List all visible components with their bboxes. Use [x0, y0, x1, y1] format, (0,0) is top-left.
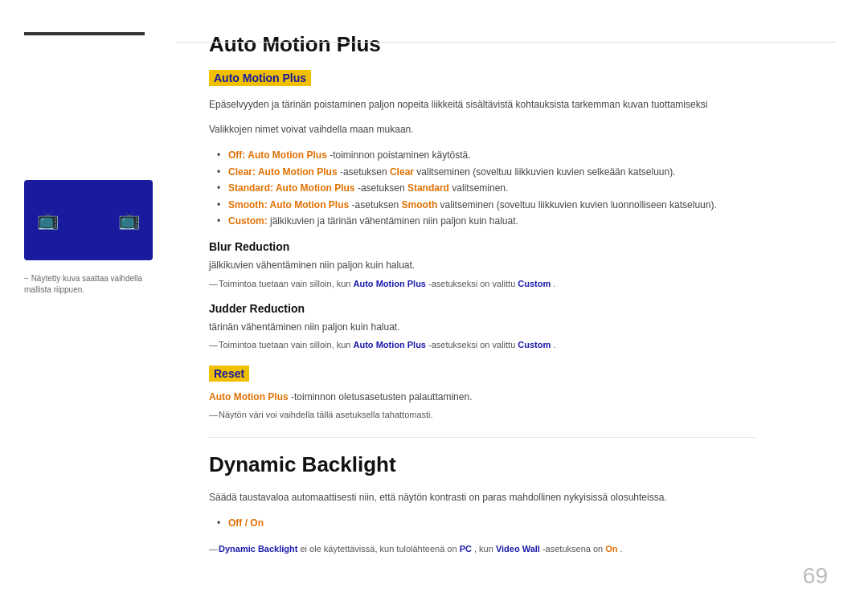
reset-badge: Reset	[209, 366, 249, 382]
dynamic-backlight-title: Dynamic Backlight	[209, 452, 820, 477]
reset-note: Näytön väri voi vaihdella tällä asetukse…	[209, 408, 755, 423]
auto-motion-plus-badge: Auto Motion Plus	[209, 70, 311, 86]
blur-reduction-note: Toimintoa tuetaan vain silloin, kun Auto…	[209, 277, 755, 292]
bullet-off-text: -toiminnon poistaminen käytöstä.	[330, 149, 470, 161]
bullet-clear-text: -asetuksen Clear valitseminen (soveltuu …	[340, 166, 676, 178]
bullet-smooth-label: Smooth: Auto Motion Plus	[228, 199, 349, 210]
tv-left-icon: 📺	[37, 210, 59, 231]
sidebar-note: Näytetty kuva saattaa vaihdella mallista…	[24, 273, 161, 296]
blur-note-main: Auto Motion Plus	[354, 279, 426, 288]
intro-text-1: Epäselvyyden ja tärinän poistaminen palj…	[209, 97, 755, 112]
judder-note-middle: -asetukseksi on valittu	[428, 340, 518, 349]
bullet-off: Off: Auto Motion Plus -toiminnon poistam…	[217, 147, 820, 163]
judder-note-main: Auto Motion Plus	[354, 340, 426, 349]
main-content: Auto Motion Plus Auto Motion Plus Epäsel…	[177, 0, 868, 613]
judder-note-suffix: .	[553, 340, 555, 349]
db-note-middle: ei ole käytettävissä, kun tulolähteenä o…	[300, 544, 459, 554]
sidebar: 📺 📺 Näytetty kuva saattaa vaihdella mall…	[0, 0, 177, 613]
page-number: 69	[803, 563, 828, 589]
bullet-smooth-text: -asetuksen Smooth valitseminen (soveltuu…	[352, 199, 717, 210]
section-divider	[209, 437, 755, 438]
db-note-middle2: , kun	[474, 544, 496, 554]
blur-note-middle: -asetukseksi on valittu	[428, 279, 518, 288]
db-note-pc: PC	[460, 544, 472, 554]
sidebar-top-bar	[24, 32, 145, 35]
bullet-standard-text: -asetuksen Standard valitseminen.	[358, 182, 508, 194]
bullet-off-label: Off: Auto Motion Plus	[228, 149, 327, 161]
db-note-videowall: Video Wall	[496, 544, 540, 554]
judder-note-prefix: Toimintoa tuetaan vain silloin, kun	[219, 340, 354, 349]
dynamic-backlight-bullets: Off / On	[209, 515, 820, 531]
db-note-suffix: .	[620, 544, 623, 554]
db-note-on: On	[605, 544, 617, 554]
bullet-custom-text: jälkikuvien ja tärinän vähentäminen niin…	[270, 215, 518, 227]
judder-note-keyword: Custom	[518, 340, 551, 349]
judder-reduction-note: Toimintoa tuetaan vain silloin, kun Auto…	[209, 338, 755, 353]
dynamic-backlight-note: Dynamic Backlight ei ole käytettävissä, …	[209, 542, 755, 557]
bullet-clear: Clear: Auto Motion Plus -asetuksen Clear…	[217, 164, 820, 180]
bullet-standard: Standard: Auto Motion Plus -asetuksen St…	[217, 180, 820, 196]
bullet-smooth: Smooth: Auto Motion Plus -asetuksen Smoo…	[217, 197, 820, 213]
blur-note-prefix: Toimintoa tuetaan vain silloin, kun	[219, 279, 354, 288]
blur-note-keyword: Custom	[518, 279, 551, 288]
bullet-off-on: Off / On	[217, 515, 820, 531]
judder-reduction-title: Judder Reduction	[209, 302, 820, 315]
bullet-custom: Custom: jälkikuvien ja tärinän vähentämi…	[217, 213, 820, 229]
bullet-clear-label: Clear: Auto Motion Plus	[228, 166, 338, 178]
bullet-custom-label: Custom:	[228, 215, 268, 227]
top-divider-line	[177, 42, 836, 43]
blur-note-suffix: .	[553, 279, 555, 288]
auto-motion-bullets: Off: Auto Motion Plus -toiminnon poistam…	[209, 147, 820, 229]
bullet-standard-label: Standard: Auto Motion Plus	[228, 182, 355, 194]
tv-right-icon: 📺	[118, 210, 140, 231]
bullet-off-on-label: Off / On	[228, 517, 264, 529]
judder-reduction-text: tärinän vähentäminen niin paljon kuin ha…	[209, 320, 755, 335]
reset-text-main: Auto Motion Plus	[209, 391, 289, 403]
blur-reduction-text: jälkikuvien vähentäminen niin paljon kui…	[209, 258, 755, 273]
page-container: 📺 📺 Näytetty kuva saattaa vaihdella mall…	[0, 0, 868, 613]
db-note-middle3: -asetuksena on	[542, 544, 605, 554]
dynamic-backlight-intro: Säädä taustavaloa automaattisesti niin, …	[209, 490, 755, 505]
reset-text-suffix: -toiminnon oletusasetusten palauttaminen…	[291, 391, 472, 403]
sidebar-tv-image: 📺 📺	[24, 180, 153, 260]
db-note-main: Dynamic Backlight	[219, 544, 297, 554]
blur-reduction-title: Blur Reduction	[209, 240, 820, 253]
intro-text-2: Valikkojen nimet voivat vaihdella maan m…	[209, 122, 755, 137]
reset-text: Auto Motion Plus -toiminnon oletusasetus…	[209, 390, 755, 405]
page-title: Auto Motion Plus	[209, 32, 820, 57]
